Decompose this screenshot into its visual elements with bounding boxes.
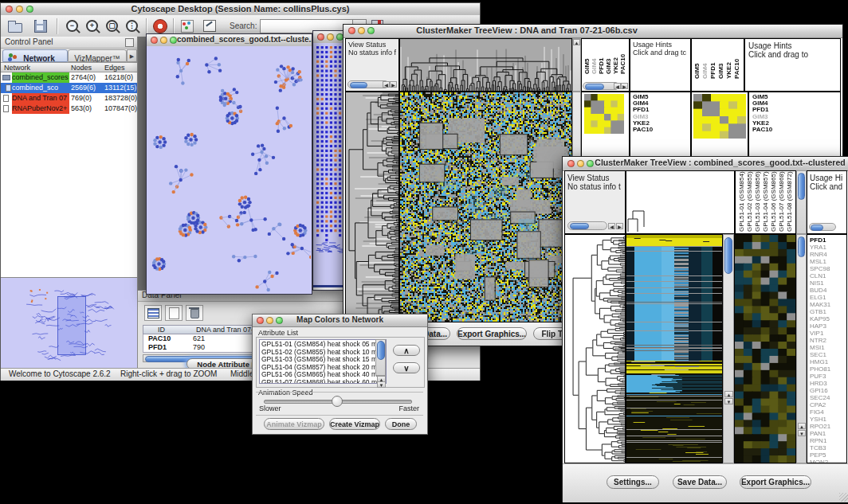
attribute-vscrollbar[interactable]	[375, 339, 386, 376]
gene-label[interactable]: CLN1	[810, 272, 846, 279]
array-label[interactable]: GPL51-03 (GSM856)	[754, 171, 762, 232]
array-label[interactable]: GPL51-08 (GSM872)	[786, 171, 794, 232]
array-label[interactable]: GPL51-04 (GSM857)	[762, 171, 770, 232]
scroll-left-icon[interactable]: ◀	[608, 223, 615, 229]
array-label[interactable]: GIM5	[583, 41, 591, 74]
speed-slider-thumb[interactable]	[332, 396, 343, 407]
tv2-labels-vscrollbar[interactable]	[796, 170, 807, 234]
vizmapper-tool-icon[interactable]	[179, 18, 195, 34]
gene-label[interactable]: RPO21	[810, 423, 846, 430]
array-label[interactable]: GPL51-06 (GSM865)	[770, 171, 778, 232]
scroll-up-icon[interactable]: ▲	[724, 391, 733, 397]
save-session-button[interactable]	[33, 18, 49, 34]
gene-label[interactable]: HMG1	[810, 358, 846, 365]
close-icon[interactable]	[348, 27, 355, 34]
scroll-down-icon[interactable]: ▼	[377, 381, 386, 388]
array-label[interactable]: GIM3	[605, 41, 612, 74]
array-label[interactable]: GIM4	[591, 41, 598, 74]
scroll-up-icon[interactable]: ▲	[573, 39, 580, 45]
array-label[interactable]: GIM5	[693, 41, 701, 79]
resize-grip[interactable]	[839, 493, 848, 502]
network-window-titlebar[interactable]: combined_scores_good.txt--cluste...	[147, 34, 312, 47]
array-label[interactable]: PAC10	[619, 41, 626, 74]
gene-label[interactable]: BUD4	[810, 287, 846, 294]
animate-vizmap-button[interactable]: Animate Vizmap	[264, 418, 324, 430]
close-icon[interactable]	[567, 160, 575, 167]
gene-label[interactable]: KAP95	[810, 315, 846, 322]
tv2-global-scroll-thumb[interactable]	[724, 237, 732, 274]
tab-vizmapper[interactable]: VizMapper™	[68, 49, 127, 62]
tv2-zoom-vscrollbar[interactable]: ▲ ▼	[796, 234, 807, 463]
more-tabs-button[interactable]: ▶	[127, 49, 137, 62]
help-lifebuoy-icon[interactable]	[152, 18, 168, 34]
move-down-button[interactable]: ∨	[393, 362, 420, 373]
open-session-button[interactable]	[7, 18, 23, 34]
dialog-titlebar[interactable]: Map Colors to Network	[253, 315, 427, 327]
gene-label[interactable]: PUF3	[810, 373, 846, 380]
network-list-row[interactable]: RNAPuberNov2+563(0)107847(0)	[1, 104, 137, 114]
tv2-column-dendrogram[interactable]	[626, 170, 735, 234]
gene-label[interactable]: PAC10	[752, 127, 840, 133]
gene-label[interactable]: RNR4	[810, 251, 846, 258]
gene-label[interactable]: NIS1	[810, 279, 846, 287]
scroll-left-icon[interactable]: ◀	[383, 81, 390, 88]
network-list-row[interactable]: combined_scores2764(0)16218(0)	[1, 72, 137, 83]
zoom-window-icon[interactable]	[587, 160, 594, 167]
export-graphics-button[interactable]: Export Graphics...	[740, 475, 811, 489]
gene-label[interactable]: PHO81	[810, 365, 846, 373]
gene-label[interactable]: PEP5	[810, 451, 846, 459]
zoom-out-button[interactable]: −	[65, 18, 80, 34]
tv1-column-dendrogram[interactable]	[399, 38, 572, 92]
annotation-tool-icon[interactable]	[202, 18, 218, 34]
array-label[interactable]: YKE2	[725, 41, 733, 79]
gene-label[interactable]: HRD3	[810, 380, 846, 387]
gene-label[interactable]: MSI1	[810, 344, 846, 351]
gene-label[interactable]: RPN1	[810, 437, 846, 444]
birdseye-view[interactable]	[1, 277, 137, 369]
zoom-in-button[interactable]: +	[84, 18, 100, 34]
array-label[interactable]: PAC10	[733, 41, 741, 79]
gene-label[interactable]: SPC98	[810, 265, 846, 272]
create-vizmap-button[interactable]: Create Vizmap	[329, 418, 380, 430]
array-label[interactable]: GIM3	[717, 41, 725, 79]
gene-label[interactable]: NTR2	[810, 337, 846, 344]
gene-label[interactable]: HAP3	[810, 322, 846, 330]
gene-label[interactable]: FIG4	[810, 408, 846, 416]
main-titlebar[interactable]: Cytoscape Desktop (Session Name: collins…	[1, 3, 480, 16]
tv2-labels-scroll-thumb[interactable]	[798, 173, 805, 200]
array-label[interactable]: GPL51-01 (GSM854)	[738, 171, 746, 232]
export-graphics-button[interactable]: Export Graphics...	[457, 327, 527, 340]
gene-label[interactable]: VIP1	[810, 330, 846, 337]
save-data-button[interactable]: Save Data...	[673, 475, 727, 489]
gene-label[interactable]: CPA2	[810, 401, 846, 408]
tv1-top-vscrollbar[interactable]: ▲	[572, 38, 581, 92]
array-label[interactable]: GPL51-02 (GSM855)	[746, 171, 754, 232]
col-nodes[interactable]: Nodes	[71, 63, 92, 72]
gene-label[interactable]: SEC24	[810, 394, 846, 401]
tv1-main-heatmap[interactable]	[399, 92, 572, 322]
move-up-button[interactable]: ∧	[393, 345, 420, 356]
gene-label[interactable]: TCB3	[810, 444, 846, 451]
new-attribute-icon[interactable]	[165, 305, 183, 321]
gene-label[interactable]: MSL1	[810, 258, 846, 265]
col-edges[interactable]: Edges	[104, 63, 125, 72]
scroll-down-icon[interactable]: ▼	[798, 430, 806, 436]
array-label[interactable]: YKE2	[612, 41, 619, 74]
delete-attribute-trash-icon[interactable]	[186, 305, 203, 321]
array-label[interactable]: GPL51-07 (GSM868)	[778, 171, 786, 232]
treeview1-titlebar[interactable]: ClusterMaker TreeView : DNA and Tran 07-…	[344, 25, 842, 38]
gene-label[interactable]: GTB1	[810, 308, 846, 315]
gene-label[interactable]: PFD1	[810, 236, 846, 244]
scroll-right-icon[interactable]: ▶	[621, 83, 628, 89]
data-col-id[interactable]: ID	[158, 326, 165, 334]
array-label[interactable]: PFD1	[709, 41, 717, 79]
network-list-row[interactable]: combined_sco2569(6)13112(15)	[1, 83, 137, 93]
grid-window-titlebar[interactable]	[313, 31, 345, 44]
network-list-row[interactable]: DNA and Tran 07769(0)183728(0)	[1, 93, 137, 104]
array-label[interactable]: GIM4	[701, 41, 709, 79]
gene-label[interactable]: MAK31	[810, 301, 846, 308]
gene-label[interactable]: YRA1	[810, 244, 846, 251]
array-label[interactable]: PFD1	[598, 41, 605, 74]
attribute-scroll-thumb[interactable]	[377, 341, 385, 360]
table-mode-icon[interactable]	[144, 305, 162, 321]
